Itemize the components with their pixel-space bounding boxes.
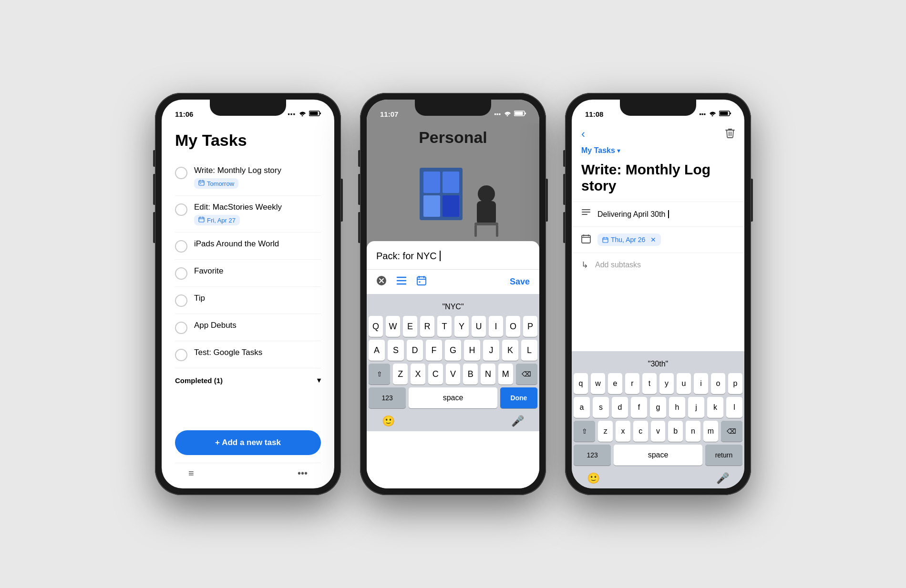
description-row[interactable]: Delivering April 30th: [572, 202, 744, 226]
menu-icon[interactable]: ≡: [188, 468, 194, 479]
mic-icon-3[interactable]: 🎤: [716, 472, 729, 485]
task-circle-4[interactable]: [175, 267, 187, 280]
key3-i[interactable]: i: [694, 373, 708, 394]
key-i[interactable]: I: [489, 316, 503, 337]
key-n[interactable]: N: [481, 364, 495, 385]
list-icon[interactable]: [396, 276, 407, 287]
task-item-6[interactable]: App Debuts: [175, 314, 321, 341]
key3-g[interactable]: g: [650, 397, 666, 418]
date-tag[interactable]: Thu, Apr 26 ✕: [597, 233, 661, 246]
key-z[interactable]: Z: [393, 364, 408, 385]
key3-s[interactable]: s: [593, 397, 609, 418]
task-circle-6[interactable]: [175, 322, 187, 334]
suggestion-item-3[interactable]: "30th": [574, 358, 742, 370]
key-u[interactable]: U: [472, 316, 486, 337]
key3-v[interactable]: v: [651, 421, 666, 442]
back-button[interactable]: ‹: [581, 127, 585, 141]
key-w[interactable]: W: [386, 316, 400, 337]
key-x[interactable]: X: [411, 364, 425, 385]
key-l[interactable]: L: [521, 340, 537, 361]
key3-shift[interactable]: ⇧: [574, 421, 595, 442]
key3-k[interactable]: k: [707, 397, 723, 418]
keyboard-2[interactable]: "NYC" Q W E R T Y U I O P: [367, 294, 539, 431]
key3-space[interactable]: space: [614, 445, 702, 466]
key3-m[interactable]: m: [703, 421, 718, 442]
calendar-toolbar-icon[interactable]: [416, 275, 427, 288]
date-row[interactable]: Thu, Apr 26 ✕: [572, 226, 744, 253]
key3-delete[interactable]: ⌫: [721, 421, 742, 442]
key3-p[interactable]: p: [728, 373, 742, 394]
key3-f[interactable]: f: [631, 397, 647, 418]
key3-h[interactable]: h: [669, 397, 685, 418]
key-q[interactable]: Q: [369, 316, 383, 337]
task-circle-5[interactable]: [175, 294, 187, 307]
key3-o[interactable]: o: [711, 373, 725, 394]
key3-x[interactable]: x: [616, 421, 630, 442]
key3-j[interactable]: j: [688, 397, 704, 418]
more-icon[interactable]: •••: [298, 468, 308, 479]
key3-r[interactable]: r: [625, 373, 639, 394]
key-y[interactable]: Y: [454, 316, 469, 337]
key-g[interactable]: G: [445, 340, 461, 361]
key-h[interactable]: H: [464, 340, 480, 361]
save-button[interactable]: Save: [510, 277, 530, 287]
key3-l[interactable]: l: [726, 397, 742, 418]
key-o[interactable]: O: [506, 316, 520, 337]
task-circle-7[interactable]: [175, 349, 187, 361]
task-item-3[interactable]: iPads Around the World: [175, 233, 321, 260]
mic-icon[interactable]: 🎤: [511, 415, 524, 427]
key3-u[interactable]: u: [677, 373, 691, 394]
key-p[interactable]: P: [523, 316, 537, 337]
emoji-icon-3[interactable]: 🙂: [587, 472, 600, 485]
phone-3-list-label[interactable]: My Tasks ▾: [572, 142, 744, 159]
key3-e[interactable]: e: [608, 373, 622, 394]
close-toolbar-icon[interactable]: [376, 275, 387, 288]
task-tag-2[interactable]: Fri, Apr 27: [194, 215, 240, 225]
suggestion-item[interactable]: "NYC": [369, 301, 537, 313]
key-c[interactable]: C: [428, 364, 443, 385]
task-item-2[interactable]: Edit: MacStories Weekly Fri, Apr 27: [175, 196, 321, 233]
key3-z[interactable]: z: [598, 421, 613, 442]
key-e[interactable]: E: [403, 316, 417, 337]
key3-q[interactable]: q: [574, 373, 588, 394]
task-circle-1[interactable]: [175, 167, 187, 179]
task-item-1[interactable]: Write: Monthly Log story Tomorrow: [175, 159, 321, 196]
key-r[interactable]: R: [420, 316, 434, 337]
key3-n[interactable]: n: [686, 421, 700, 442]
subtasks-row[interactable]: ↳ Add subtasks: [572, 253, 744, 277]
key-123[interactable]: 123: [369, 387, 406, 408]
key3-123[interactable]: 123: [574, 445, 611, 466]
keyboard-3[interactable]: "30th" q w e r t y u i o p a: [572, 351, 744, 488]
task-item-7[interactable]: Test: Google Tasks: [175, 341, 321, 368]
description-text[interactable]: Delivering April 30th: [597, 210, 735, 219]
task-circle-2[interactable]: [175, 203, 187, 216]
key3-d[interactable]: d: [612, 397, 628, 418]
key3-c[interactable]: c: [633, 421, 648, 442]
add-task-button[interactable]: + Add a new task: [175, 430, 321, 455]
modal-input-text[interactable]: Pack: for NYC: [376, 251, 530, 262]
key-delete[interactable]: ⌫: [516, 364, 537, 385]
key3-t[interactable]: t: [642, 373, 657, 394]
date-remove-button[interactable]: ✕: [650, 236, 656, 243]
modal-input-area[interactable]: Pack: for NYC: [367, 241, 539, 270]
key-space[interactable]: space: [409, 387, 497, 408]
key-k[interactable]: K: [502, 340, 518, 361]
key-t[interactable]: T: [437, 316, 452, 337]
key3-w[interactable]: w: [591, 373, 605, 394]
key-m[interactable]: M: [498, 364, 513, 385]
key3-b[interactable]: b: [668, 421, 683, 442]
key-shift[interactable]: ⇧: [369, 364, 390, 385]
task-item-4[interactable]: Favorite: [175, 260, 321, 287]
key-d[interactable]: D: [407, 340, 423, 361]
key-v[interactable]: V: [446, 364, 461, 385]
key-a[interactable]: A: [369, 340, 385, 361]
trash-button[interactable]: [725, 128, 735, 141]
key3-a[interactable]: a: [574, 397, 590, 418]
emoji-icon[interactable]: 🙂: [382, 415, 395, 427]
key3-return[interactable]: return: [705, 445, 742, 466]
key-s[interactable]: S: [388, 340, 404, 361]
key3-y[interactable]: y: [659, 373, 674, 394]
key-j[interactable]: J: [483, 340, 499, 361]
completed-section[interactable]: Completed (1) ▾: [175, 368, 321, 392]
task-circle-3[interactable]: [175, 240, 187, 253]
